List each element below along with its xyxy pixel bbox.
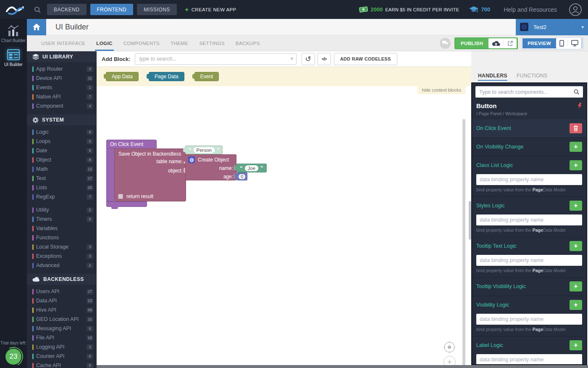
blockly-canvas[interactable]: On Click Event Save Object in Backendles… xyxy=(97,86,471,368)
data-binding-input[interactable] xyxy=(476,314,582,325)
add-handler-button[interactable]: + xyxy=(570,201,582,211)
gear-icon[interactable] xyxy=(188,156,195,163)
nav-button-frontend[interactable]: FRONTEND xyxy=(90,4,134,15)
return-result-checkbox[interactable] xyxy=(118,194,123,199)
handler-label[interactable]: Visibility Logic xyxy=(476,302,509,308)
nav-button-backend[interactable]: BACKEND xyxy=(47,4,87,15)
add-handler-button[interactable]: + xyxy=(570,300,582,310)
context-chip-app-data[interactable]: App Data xyxy=(106,72,139,81)
sidebar-item-native-api[interactable]: Native API7 xyxy=(27,92,97,101)
handler-label[interactable]: On Click Event xyxy=(476,125,511,131)
sidebar-item-utility[interactable]: Utility2 xyxy=(27,205,97,214)
zoom-reset-button[interactable] xyxy=(443,341,456,353)
sidebar-item-file-api[interactable]: File API16 xyxy=(27,333,97,342)
sidebar-item-data-api[interactable]: Data API23 xyxy=(27,296,97,305)
create-object-block[interactable]: Create Object name: age: xyxy=(185,154,236,180)
sidebar-item-component[interactable]: Component4 xyxy=(27,101,97,111)
sidebar-item-text[interactable]: Text17 xyxy=(27,174,97,183)
data-binding-input[interactable] xyxy=(476,214,582,225)
sidebar-item-lists[interactable]: Lists20 xyxy=(27,183,97,192)
tab-components[interactable]: COMPONENTS xyxy=(118,35,165,51)
sidebar-item-regexp[interactable]: RegExp7 xyxy=(27,192,97,201)
app-selector-dropdown[interactable]: Test2 ▾ xyxy=(516,19,588,35)
sidebar-item-messaging-api[interactable]: Messaging API6 xyxy=(27,324,97,333)
rail-item-chart-builder[interactable]: Chart Builder xyxy=(0,25,27,43)
add-handler-button[interactable]: + xyxy=(570,281,582,291)
sidebar-item-object[interactable]: Object8 xyxy=(27,155,97,164)
panel-tab-handlers[interactable]: HANDLERS xyxy=(478,69,507,82)
add-handler-button[interactable]: + xyxy=(570,340,582,350)
delete-handler-button[interactable] xyxy=(570,123,582,133)
tab-logic[interactable]: LOGIC xyxy=(91,35,118,51)
panel-scrollbar[interactable] xyxy=(469,201,471,240)
data-binding-input[interactable] xyxy=(476,174,582,185)
handler-label[interactable]: Label Logic xyxy=(476,342,503,348)
context-chip-page-data[interactable]: Page Data xyxy=(149,72,184,81)
on-click-event-block[interactable]: On Click Event xyxy=(106,140,157,149)
tab-settings[interactable]: SETTINGS xyxy=(194,35,230,51)
sidebar-item-app-router[interactable]: App Router3 xyxy=(27,64,97,74)
hide-context-blocks-button[interactable]: hide context blocks xyxy=(417,86,465,94)
sidebar-item-counter-api[interactable]: Counter API6 xyxy=(27,352,97,361)
sidebar-item-exceptions[interactable]: Exceptions3 xyxy=(27,252,97,261)
sidebar-item-events[interactable]: Events1 xyxy=(27,83,97,92)
sidebar-item-cache-api[interactable]: Cache API5 xyxy=(27,361,97,368)
sidebar-item-functions[interactable]: Functions xyxy=(27,233,97,242)
sidebar-item-date[interactable]: Date9 xyxy=(27,146,97,155)
component-search-input[interactable] xyxy=(475,86,583,98)
publish-button[interactable]: PUBLISH xyxy=(454,37,518,49)
add-block-search-input[interactable] xyxy=(135,53,297,65)
sidebar-item-loops[interactable]: Loops5 xyxy=(27,137,97,146)
external-link-icon[interactable] xyxy=(504,40,517,46)
view-code-button[interactable]: </> xyxy=(318,53,331,65)
feedback-chat-button[interactable] xyxy=(440,38,451,49)
age-value[interactable]: 0 xyxy=(239,174,245,179)
handler-label[interactable]: Tooltip Visibility Logic xyxy=(476,283,526,289)
credit-invite-button[interactable]: 2000 EARN $5 IN CREDIT PER INVITE xyxy=(359,6,459,13)
handler-label[interactable]: Styles Logic xyxy=(476,203,504,209)
missions-points-button[interactable]: 700 xyxy=(469,6,490,13)
handler-label[interactable]: On Visibility Change xyxy=(476,144,523,150)
phone-icon[interactable] xyxy=(556,40,567,47)
sidebar-item-timers[interactable]: Timers5 xyxy=(27,214,97,224)
preview-button[interactable]: PREVIEW xyxy=(522,37,583,49)
on-click-event-block-spine[interactable] xyxy=(106,148,115,201)
data-binding-input[interactable] xyxy=(476,255,582,266)
tab-backups[interactable]: BACKUPS xyxy=(230,35,265,51)
context-chip-event[interactable]: Event xyxy=(194,72,219,81)
pin-icon[interactable] xyxy=(575,101,583,111)
add-handler-button[interactable]: + xyxy=(570,241,582,251)
tab-user-interface[interactable]: USER INTERFACE xyxy=(36,35,91,51)
monitor-icon[interactable] xyxy=(567,40,582,46)
create-new-app-button[interactable]: + CREATE NEW APP xyxy=(185,6,236,13)
sidebar-item-logging-api[interactable]: Logging API3 xyxy=(27,342,97,352)
sidebar-item-hive-api[interactable]: Hive API68 xyxy=(27,305,97,315)
sidebar-item-device-api[interactable]: Device API11 xyxy=(27,74,97,83)
name-value[interactable]: Joe xyxy=(245,165,259,171)
age-number-block[interactable]: 0 xyxy=(236,172,247,180)
help-and-resources-link[interactable]: Help and Resources xyxy=(504,6,557,13)
handler-label[interactable]: Tooltip Text Logic xyxy=(476,243,517,249)
rail-item-ui-builder[interactable]: UI Builder xyxy=(0,49,27,67)
sidebar-item-math[interactable]: Math12 xyxy=(27,164,97,174)
add-raw-codeless-button[interactable]: ADD RAW CODELESS xyxy=(334,53,397,65)
sidebar-item-variables[interactable]: Variables xyxy=(27,224,97,233)
search-icon[interactable] xyxy=(34,6,41,13)
home-button[interactable] xyxy=(27,19,46,35)
backendless-logo-icon[interactable] xyxy=(0,4,29,16)
table-name-value[interactable]: Person xyxy=(194,147,215,153)
handler-label[interactable]: Class List Logic xyxy=(476,162,513,168)
vertical-scrollbar[interactable] xyxy=(462,119,465,368)
cloud-upload-icon[interactable] xyxy=(488,40,504,46)
panel-tab-functions[interactable]: FUNCTIONS xyxy=(517,69,548,82)
nav-button-missions[interactable]: MISSIONS xyxy=(137,4,177,15)
add-handler-button[interactable]: + xyxy=(570,142,582,152)
sidebar-item-users-api[interactable]: Users API17 xyxy=(27,287,97,296)
table-name-string-block[interactable]: “ Person ” xyxy=(185,146,223,154)
sidebar-item-logic[interactable]: Logic9 xyxy=(27,127,97,137)
name-string-block[interactable]: “ Joe ” xyxy=(236,164,267,172)
trial-days-badge[interactable]: 23 xyxy=(5,349,21,365)
tab-theme[interactable]: THEME xyxy=(165,35,194,51)
history-button[interactable]: ↺ xyxy=(302,53,315,65)
sidebar-item-advanced[interactable]: Advanced2 xyxy=(27,261,97,270)
